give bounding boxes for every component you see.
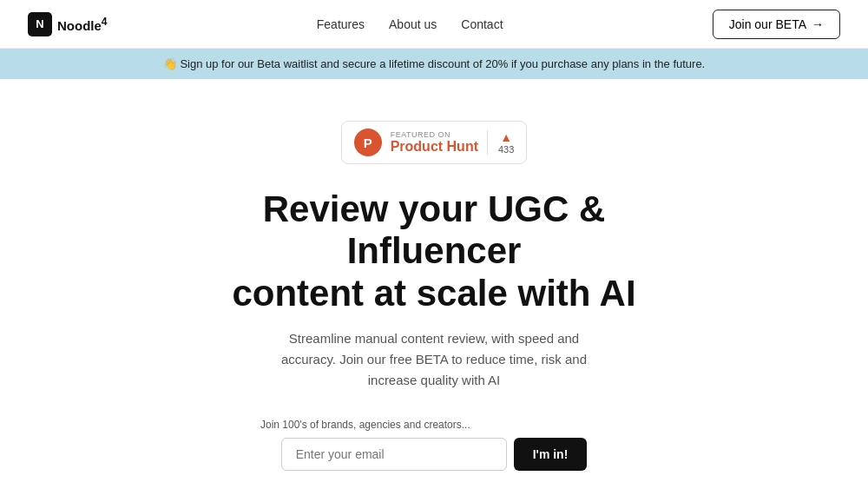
navbar: N Noodle4 Features About us Contact Join… [0, 0, 868, 49]
nav-link-contact[interactable]: Contact [461, 17, 503, 31]
hero-section: P FEATURED ON Product Hunt ▲ 433 Review … [0, 79, 868, 489]
ph-count-number: 433 [498, 144, 514, 155]
nav-links: Features About us Contact [317, 17, 503, 31]
ph-triangle-icon: ▲ [500, 130, 512, 144]
banner-emoji: 👋 [163, 57, 177, 70]
product-hunt-text: FEATURED ON Product Hunt [391, 130, 478, 155]
submit-button[interactable]: I'm in! [514, 438, 588, 471]
logo[interactable]: N Noodle4 [28, 12, 108, 36]
logo-wordmark: Noodle4 [57, 16, 108, 33]
logo-letter: N [36, 17, 43, 30]
banner-text: Sign up for our Beta waitlist and secure… [180, 57, 705, 70]
headline-line1: Review your UGC & Influencer [263, 188, 605, 271]
join-beta-button[interactable]: Join our BETA → [713, 10, 840, 39]
nav-link-features[interactable]: Features [317, 17, 365, 31]
email-form-row: I'm in! [17, 438, 851, 471]
product-hunt-logo: P [354, 129, 382, 156]
arrow-icon: → [812, 17, 824, 31]
nav-link-about[interactable]: About us [389, 17, 437, 31]
hero-subtext: Streamline manual content review, with s… [260, 328, 608, 391]
email-signup-form: Join 100's of brands, agencies and creat… [17, 419, 851, 471]
form-label: Join 100's of brands, agencies and creat… [260, 419, 608, 431]
announcement-banner: 👋 Sign up for our Beta waitlist and secu… [0, 49, 868, 79]
product-hunt-badge[interactable]: P FEATURED ON Product Hunt ▲ 433 [341, 121, 528, 164]
hero-headline: Review your UGC & Influencer content at … [174, 188, 694, 314]
ph-upvote-count: ▲ 433 [487, 130, 514, 155]
email-input[interactable] [281, 438, 507, 471]
headline-line2: content at scale with AI [232, 273, 635, 314]
ph-name: Product Hunt [391, 139, 478, 155]
logo-box: N [28, 12, 52, 36]
ph-featured-label: FEATURED ON [391, 130, 450, 139]
